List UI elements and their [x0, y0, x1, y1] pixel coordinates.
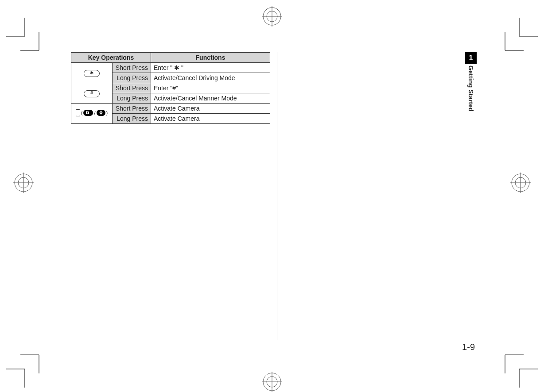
svg-point-17	[87, 112, 88, 113]
chapter-side-tab: 1 Getting Started	[465, 52, 477, 111]
function-desc: Activate Camera	[151, 104, 270, 114]
table-row: ✱ Short Press Enter " ✱ "	[71, 63, 270, 73]
registration-mark-icon	[510, 173, 531, 193]
header-key-operations: Key Operations	[71, 53, 151, 63]
press-type: Short Press	[113, 63, 151, 73]
key-operations-section: Key Operations Functions ✱ Short Press E…	[71, 52, 270, 124]
press-type: Long Press	[113, 73, 151, 83]
function-desc: Activate/Cancel Driving Mode	[151, 73, 270, 83]
camera-mic-side-key-icon: ( / )	[76, 109, 108, 116]
key-operations-table: Key Operations Functions ✱ Short Press E…	[71, 52, 270, 124]
function-desc: Enter "#"	[151, 83, 270, 93]
function-desc: Activate Camera	[151, 114, 270, 124]
function-desc: Enter " ✱ "	[151, 63, 270, 73]
crop-mark-inner-icon	[500, 350, 524, 373]
table-header-row: Key Operations Functions	[71, 53, 270, 63]
crop-mark-inner-icon	[500, 32, 524, 56]
table-row: # Short Press Enter "#"	[71, 83, 270, 93]
svg-rect-19	[100, 111, 101, 113]
press-type: Short Press	[113, 83, 151, 93]
header-functions: Functions	[151, 53, 270, 63]
chapter-title: Getting Started	[467, 65, 474, 111]
key-cell-side: ( / )	[71, 104, 113, 124]
chapter-number: 1	[465, 52, 477, 64]
column-divider	[277, 52, 277, 340]
svg-rect-18	[86, 111, 87, 112]
press-type: Long Press	[113, 114, 151, 124]
registration-mark-icon	[13, 173, 34, 193]
function-desc: Activate/Cancel Manner Mode	[151, 93, 270, 104]
registration-mark-icon	[262, 6, 282, 27]
hash-key-icon: #	[84, 90, 100, 97]
key-cell-hash: #	[71, 83, 113, 104]
page-number: 1-9	[462, 342, 475, 352]
press-type: Short Press	[113, 104, 151, 114]
key-cell-star: ✱	[71, 63, 113, 83]
press-type: Long Press	[113, 93, 151, 104]
star-key-icon: ✱	[84, 70, 100, 77]
crop-mark-inner-icon	[20, 350, 44, 373]
registration-mark-icon	[262, 372, 282, 392]
table-row: ( / ) Short Press Activate Camera	[71, 104, 270, 114]
crop-mark-inner-icon	[20, 32, 44, 56]
